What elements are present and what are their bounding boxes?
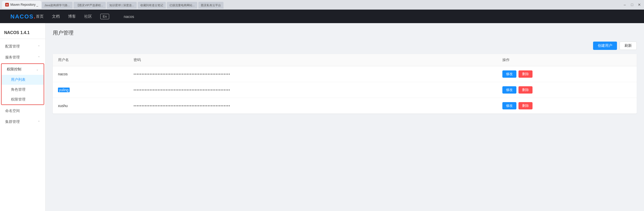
sidebar-sub-item-userlist-label: 用户列表 bbox=[11, 77, 25, 82]
sidebar-item-namespace[interactable]: 命名空间 bbox=[0, 106, 45, 116]
chevron-down-icon-config: ⌃ bbox=[38, 45, 40, 48]
sidebar-sub-item-roles-label: 角色管理 bbox=[11, 87, 25, 92]
chevron-up-icon-permission: ⌄ bbox=[36, 68, 38, 71]
other-tab-2[interactable]: 【图灵VIP严选课程... bbox=[74, 2, 106, 9]
password-cell: ••••••••••••••••••••••••••••••••••••••••… bbox=[128, 66, 497, 82]
main-content: 用户管理 创建用户 刷新 用户名 密码 操作 nacos •••••••••••… bbox=[45, 23, 644, 211]
edit-button[interactable]: 修改 bbox=[502, 86, 516, 94]
col-header-action: 操作 bbox=[497, 54, 637, 66]
nav-blog[interactable]: 博客 bbox=[68, 13, 76, 20]
password-dots: ••••••••••••••••••••••••••••••••••••••••… bbox=[134, 104, 230, 108]
col-header-password: 密码 bbox=[128, 54, 497, 66]
other-tab-6[interactable]: 图灵私有云平台 bbox=[198, 2, 224, 9]
edit-button[interactable]: 修改 bbox=[502, 102, 516, 109]
sidebar-group-permission: 权限控制 ⌄ 用户列表 角色管理 权限管理 bbox=[1, 63, 44, 105]
sidebar-item-permission[interactable]: 权限控制 ⌄ bbox=[2, 64, 44, 75]
sidebar-item-config[interactable]: 配置管理 ⌃ bbox=[0, 41, 45, 52]
chevron-down-icon-cluster: ⌃ bbox=[38, 120, 40, 124]
browser-chrome: M Maven Repository _ Java架构师学习路... 【图灵VI… bbox=[0, 0, 644, 10]
chevron-down-icon-service: ⌃ bbox=[38, 56, 40, 59]
other-tab-label-2: 【图灵VIP严选课程... bbox=[76, 3, 103, 7]
sidebar-item-service[interactable]: 服务管理 ⌃ bbox=[0, 52, 45, 63]
table-row: nacos ••••••••••••••••••••••••••••••••••… bbox=[53, 66, 637, 82]
sidebar-item-cluster[interactable]: 集群管理 ⌃ bbox=[0, 116, 45, 127]
action-buttons: 修改 删除 bbox=[502, 86, 632, 94]
action-cell: 修改 删除 bbox=[497, 82, 637, 98]
restore-button[interactable]: □ bbox=[629, 2, 635, 7]
other-tab-5[interactable]: 亿级流量电商网站... bbox=[167, 2, 197, 9]
other-tab-label-1: Java架构师学习路... bbox=[44, 3, 70, 7]
password-cell: ••••••••••••••••••••••••••••••••••••••••… bbox=[128, 82, 497, 98]
password-cell: ••••••••••••••••••••••••••••••••••••••••… bbox=[128, 98, 497, 114]
close-button[interactable]: ✕ bbox=[637, 2, 642, 7]
other-tab-3[interactable]: 知识星球 | 深度连... bbox=[107, 2, 137, 9]
action-cell: 修改 删除 bbox=[497, 66, 637, 82]
table-header-row: 用户名 密码 操作 bbox=[53, 54, 637, 66]
password-dots: ••••••••••••••••••••••••••••••••••••••••… bbox=[134, 72, 230, 76]
app-layout: NACOS 1.4.1 配置管理 ⌃ 服务管理 ⌃ 权限控制 ⌄ 用户列表 角色… bbox=[0, 23, 644, 211]
table-row: xushu ••••••••••••••••••••••••••••••••••… bbox=[53, 98, 637, 114]
other-tab-1[interactable]: Java架构师学习路... bbox=[42, 2, 73, 9]
user-table: 用户名 密码 操作 nacos ••••••••••••••••••••••••… bbox=[53, 54, 637, 114]
delete-button[interactable]: 删除 bbox=[518, 102, 533, 109]
nav-docs[interactable]: 文档 bbox=[52, 13, 60, 20]
other-tab-label-6: 图灵私有云平台 bbox=[201, 3, 221, 7]
other-tab-label-5: 亿级流量电商网站... bbox=[169, 3, 195, 7]
active-tab-label: Maven Repository _ bbox=[10, 3, 38, 6]
col-header-username: 用户名 bbox=[53, 54, 128, 66]
nav-community[interactable]: 社区 bbox=[84, 13, 92, 20]
sidebar: NACOS 1.4.1 配置管理 ⌃ 服务管理 ⌃ 权限控制 ⌄ 用户列表 角色… bbox=[0, 23, 45, 211]
delete-button[interactable]: 删除 bbox=[518, 70, 533, 78]
page-title: 用户管理 bbox=[53, 29, 637, 36]
sidebar-item-service-label: 服务管理 bbox=[5, 55, 20, 60]
top-navbar: NACOS. 首页 文档 博客 社区 En nacos bbox=[0, 10, 644, 23]
action-cell: 修改 删除 bbox=[497, 98, 637, 114]
table-row: yuling •••••••••••••••••••••••••••••••••… bbox=[53, 82, 637, 98]
username-highlight: yuling bbox=[58, 88, 70, 92]
create-user-button[interactable]: 创建用户 bbox=[593, 42, 617, 50]
refresh-button[interactable]: 刷新 bbox=[620, 42, 637, 50]
nacos-logo: NACOS. bbox=[10, 13, 36, 20]
action-buttons: 修改 删除 bbox=[502, 70, 632, 78]
username-cell: xushu bbox=[53, 98, 128, 114]
other-tab-label-3: 知识星球 | 深度连... bbox=[109, 3, 134, 7]
logo-period: . bbox=[34, 13, 36, 20]
sidebar-item-config-label: 配置管理 bbox=[5, 44, 20, 49]
username-cell: yuling bbox=[53, 82, 128, 98]
other-tab-4[interactable]: 收藏到有道云笔记 bbox=[138, 2, 166, 9]
sidebar-item-namespace-label: 命名空间 bbox=[5, 109, 20, 113]
tab-favicon: M bbox=[5, 3, 9, 6]
language-button[interactable]: En bbox=[100, 14, 109, 19]
sidebar-item-cluster-label: 集群管理 bbox=[5, 120, 20, 124]
toolbar: 创建用户 刷新 bbox=[53, 42, 637, 50]
browser-controls: – □ ✕ bbox=[622, 2, 642, 7]
sidebar-sub-permission: 用户列表 角色管理 权限管理 bbox=[2, 75, 44, 104]
action-buttons: 修改 删除 bbox=[502, 102, 632, 109]
other-tabs-container: Java架构师学习路... 【图灵VIP严选课程... 知识星球 | 深度连..… bbox=[42, 2, 621, 9]
sidebar-sub-item-roles[interactable]: 角色管理 bbox=[2, 85, 44, 95]
password-dots: ••••••••••••••••••••••••••••••••••••••••… bbox=[134, 88, 230, 92]
sidebar-sub-item-permissions-label: 权限管理 bbox=[11, 97, 25, 102]
minimize-button[interactable]: – bbox=[622, 2, 627, 7]
sidebar-item-permission-label: 权限控制 bbox=[7, 67, 21, 72]
navbar-user[interactable]: nacos bbox=[124, 14, 134, 19]
active-tab[interactable]: M Maven Repository _ bbox=[2, 1, 41, 9]
sidebar-sub-item-permissions[interactable]: 权限管理 bbox=[2, 95, 44, 104]
sidebar-logo: NACOS 1.4.1 bbox=[0, 26, 45, 39]
other-tab-label-4: 收藏到有道云笔记 bbox=[140, 3, 163, 7]
sidebar-sub-item-userlist[interactable]: 用户列表 bbox=[2, 75, 44, 85]
edit-button[interactable]: 修改 bbox=[502, 70, 516, 78]
browser-tabs: M Maven Repository _ Java架构师学习路... 【图灵VI… bbox=[2, 1, 621, 9]
nav-home[interactable]: 首页 bbox=[36, 13, 44, 20]
navbar-links: 首页 文档 博客 社区 En nacos bbox=[36, 13, 134, 20]
delete-button[interactable]: 删除 bbox=[518, 86, 533, 94]
username-cell: nacos bbox=[53, 66, 128, 82]
